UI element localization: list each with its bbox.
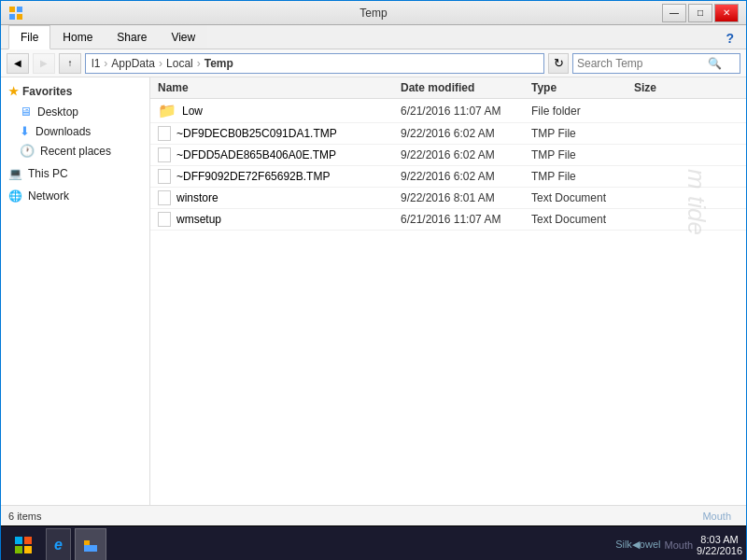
column-size[interactable]: Size (634, 81, 709, 94)
svg-rect-8 (84, 540, 90, 545)
table-row[interactable]: ~DFF9092DE72F65692B.TMP 9/22/2016 6:02 A… (150, 166, 746, 188)
breadcrumb-temp[interactable]: Temp (204, 57, 233, 70)
search-icon: 🔍 (708, 57, 722, 70)
file-type: Text Document (531, 191, 634, 204)
clock-time: 8:03 AM (697, 534, 742, 545)
file-type: File folder (531, 105, 634, 118)
mouth-label: Mouth (702, 511, 731, 522)
sidebar-item-thispc[interactable]: 💻 This PC (1, 164, 149, 183)
breadcrumb-local[interactable]: Local (166, 57, 193, 70)
sidebar-item-desktop[interactable]: 🖥 Desktop (1, 102, 149, 121)
table-row[interactable]: ~DF9DECB0B25C091DA1.TMP 9/22/2016 6:02 A… (150, 123, 746, 145)
minimize-button[interactable]: — (662, 4, 686, 22)
window-icon (8, 6, 23, 21)
status-bar: 6 items Mouth (1, 505, 746, 525)
svg-rect-7 (24, 546, 32, 553)
sidebar-item-label-recent: Recent places (40, 145, 111, 158)
sidebar-item-label-desktop: Desktop (37, 105, 78, 119)
file-name: winstore (158, 190, 401, 205)
system-tray-label: Silk◀owel (615, 539, 660, 551)
ribbon-tabs: File Home Share View ? (1, 25, 746, 49)
favorites-label: Favorites (22, 85, 72, 98)
table-row[interactable]: 📁 Low 6/21/2016 11:07 AM File folder (150, 99, 746, 123)
refresh-button[interactable]: ↻ (548, 53, 569, 74)
file-name: ~DFF9092DE72F65692B.TMP (158, 169, 401, 184)
svg-rect-5 (24, 537, 32, 544)
sidebar-item-label-network: Network (28, 189, 69, 203)
star-icon: ★ (8, 85, 19, 98)
tab-share[interactable]: Share (105, 25, 159, 49)
tab-home[interactable]: Home (50, 25, 105, 49)
sidebar-item-label-downloads: Downloads (35, 125, 91, 138)
mouth-tray: Mouth (664, 539, 693, 551)
clock-date: 9/22/2016 (697, 545, 742, 556)
file-icon (158, 147, 171, 162)
svg-rect-4 (15, 537, 22, 544)
maximize-button[interactable]: □ (688, 4, 712, 22)
svg-rect-0 (9, 7, 15, 12)
table-row[interactable]: wmsetup 6/21/2016 11:07 AM Text Document (150, 209, 746, 231)
file-icon (158, 212, 171, 227)
close-button[interactable]: ✕ (714, 4, 739, 22)
title-bar-left: Temp (8, 6, 23, 21)
up-button[interactable]: ↑ (59, 53, 81, 74)
breadcrumb-sep3: › (197, 57, 201, 70)
folder-icon: 📁 (158, 102, 176, 119)
taskbar: e Silk◀owel Mouth 8:03 AM 9/22/2016 (1, 525, 746, 560)
item-count: 6 items (8, 511, 41, 522)
breadcrumb-l1[interactable]: l1 (92, 57, 100, 70)
title-bar: Temp — □ ✕ (1, 1, 746, 25)
title-bar-controls: — □ ✕ (662, 4, 739, 22)
file-date: 6/21/2016 11:07 AM (401, 105, 531, 118)
file-name: wmsetup (158, 212, 401, 227)
main-layout: ★ Favorites 🖥 Desktop ⬇ Downloads 🕐 Rece… (1, 77, 746, 505)
search-input[interactable] (577, 57, 708, 70)
column-date[interactable]: Date modified (401, 81, 531, 94)
taskbar-explorer[interactable] (75, 528, 106, 561)
start-button[interactable] (5, 528, 42, 561)
file-name: 📁 Low (158, 102, 401, 119)
file-type: TMP File (531, 127, 634, 140)
favorites-header[interactable]: ★ Favorites (1, 81, 149, 102)
table-row[interactable]: ~DFDD5ADE865B406A0E.TMP 9/22/2016 6:02 A… (150, 145, 746, 166)
breadcrumb-sep1: › (104, 57, 107, 70)
file-icon (158, 126, 171, 141)
address-bar[interactable]: l1 › AppData › Local › Temp (85, 53, 544, 74)
download-icon: ⬇ (20, 124, 30, 138)
file-type: TMP File (531, 148, 634, 161)
table-row[interactable]: winstore 9/22/2016 8:01 AM Text Document (150, 188, 746, 209)
explorer-window: Temp — □ ✕ File Home Share View ? ◀ ▶ ↑ … (0, 0, 747, 560)
recent-icon: 🕐 (20, 144, 35, 158)
file-date: 9/22/2016 6:02 AM (401, 148, 531, 161)
svg-rect-3 (17, 14, 22, 20)
svg-rect-9 (84, 545, 97, 552)
breadcrumb-sep2: › (159, 57, 162, 70)
toolbar: ◀ ▶ ↑ l1 › AppData › Local › Temp ↻ 🔍 (1, 49, 746, 77)
title-bar-title: Temp (359, 7, 387, 20)
favorites-section: ★ Favorites 🖥 Desktop ⬇ Downloads 🕐 Rece… (1, 81, 149, 161)
network-section: 🌐 Network (1, 187, 149, 205)
tab-file[interactable]: File (8, 25, 50, 49)
computer-icon: 💻 (8, 167, 22, 180)
sidebar-item-recent[interactable]: 🕐 Recent places (1, 141, 149, 161)
forward-button[interactable]: ▶ (33, 53, 55, 74)
svg-rect-1 (17, 7, 22, 12)
sidebar-item-label-thispc: This PC (28, 167, 68, 180)
help-button[interactable]: ? (721, 28, 739, 49)
column-name[interactable]: Name (158, 81, 401, 94)
sidebar-item-downloads[interactable]: ⬇ Downloads (1, 121, 149, 141)
back-button[interactable]: ◀ (7, 53, 29, 74)
desktop-icon: 🖥 (20, 105, 32, 119)
file-list-container: Name Date modified Type Size 📁 Low 6/21/… (150, 77, 746, 505)
breadcrumb-appdata[interactable]: AppData (111, 57, 155, 70)
sidebar-item-network[interactable]: 🌐 Network (1, 187, 149, 205)
search-box[interactable]: 🔍 (572, 53, 740, 74)
taskbar-clock[interactable]: 8:03 AM 9/22/2016 (697, 534, 742, 556)
taskbar-ie[interactable]: e (46, 528, 71, 561)
column-type[interactable]: Type (531, 81, 634, 94)
tab-view[interactable]: View (159, 25, 207, 49)
file-rows: 📁 Low 6/21/2016 11:07 AM File folder ~DF… (150, 99, 746, 231)
file-type: Text Document (531, 213, 634, 226)
svg-rect-2 (9, 14, 15, 20)
file-date: 9/22/2016 6:02 AM (401, 170, 531, 183)
